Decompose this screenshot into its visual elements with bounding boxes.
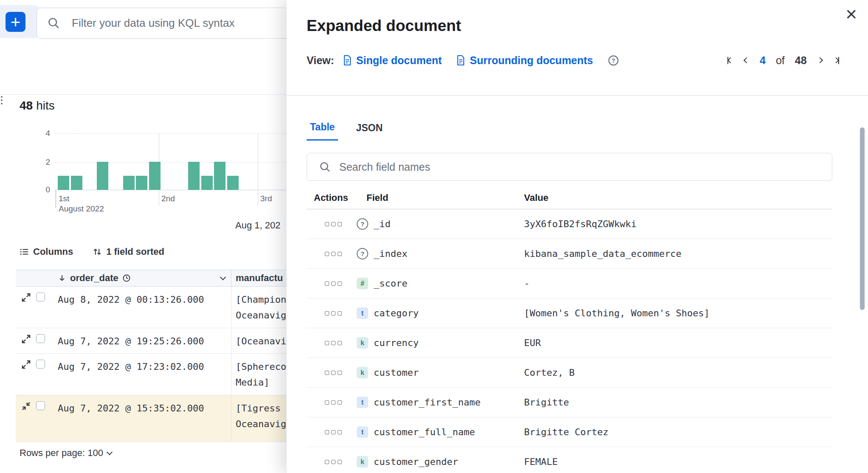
scrollbar-thumb[interactable] xyxy=(860,127,865,310)
expand-row-icon[interactable] xyxy=(21,293,31,302)
tab-json[interactable]: JSON xyxy=(352,121,386,141)
kibana-discover-screen: + 48hits 4 2 0 1st August 2022 2nd 3rd A… xyxy=(0,0,868,473)
number-field-icon: # xyxy=(357,278,368,289)
single-document-link[interactable]: Single document xyxy=(343,54,442,67)
histogram-bar[interactable] xyxy=(136,176,147,190)
rows-per-page-button[interactable]: Rows per page: 100 xyxy=(20,448,112,459)
text-field-icon: t xyxy=(357,397,368,408)
previous-page-button[interactable] xyxy=(744,58,750,62)
field-action-button[interactable] xyxy=(331,222,335,226)
close-icon[interactable]: × xyxy=(845,4,857,24)
histogram-chart: 4 2 0 1st August 2022 2nd 3rd xyxy=(0,133,297,222)
histogram-bar[interactable] xyxy=(71,176,82,190)
row-checkbox[interactable] xyxy=(36,360,45,369)
row-checkbox[interactable] xyxy=(36,401,45,410)
field-search-input[interactable] xyxy=(307,153,832,181)
field-name: _score xyxy=(374,278,407,289)
field-actions xyxy=(307,252,357,256)
x-axis-line xyxy=(55,190,286,190)
order-date-cell[interactable]: Aug 7, 2022 @ 15:35:02.000 xyxy=(54,395,231,442)
collapse-row-icon[interactable] xyxy=(21,401,31,411)
field-action-button[interactable] xyxy=(325,341,329,345)
row-checkbox[interactable] xyxy=(36,293,45,301)
current-page[interactable]: 4 xyxy=(760,54,766,67)
histogram-bar[interactable] xyxy=(58,176,69,190)
field-name: currency xyxy=(374,338,419,348)
field-action-button[interactable] xyxy=(338,222,342,226)
histogram-bar[interactable] xyxy=(149,162,161,190)
histogram-bar[interactable] xyxy=(188,162,200,190)
field-row: kcustomer_genderFEMALE xyxy=(307,447,832,473)
histogram-bar[interactable] xyxy=(201,176,213,190)
histogram-bar[interactable] xyxy=(123,176,135,190)
histogram-bar[interactable] xyxy=(227,176,239,190)
field-action-button[interactable] xyxy=(331,371,335,375)
histogram-bar[interactable] xyxy=(97,162,108,190)
field-action-button[interactable] xyxy=(338,430,342,434)
expand-row-icon[interactable] xyxy=(21,360,31,369)
row-controls xyxy=(16,328,54,353)
field-actions xyxy=(307,311,357,315)
field-value: Brigitte xyxy=(524,397,569,408)
tab-table[interactable]: Table xyxy=(307,121,338,141)
help-icon[interactable]: ? xyxy=(608,55,619,66)
search-icon xyxy=(48,17,59,29)
row-checkbox[interactable] xyxy=(36,334,45,343)
first-page-button[interactable] xyxy=(727,57,733,64)
field-action-button[interactable] xyxy=(331,400,335,405)
panel-resize-handle[interactable] xyxy=(1,96,5,107)
field-action-button[interactable] xyxy=(325,430,329,434)
order-date-cell[interactable]: Aug 7, 2022 @ 19:25:26.000 xyxy=(54,328,231,353)
field-action-button[interactable] xyxy=(331,460,335,464)
next-page-button[interactable] xyxy=(817,58,823,62)
field-action-button[interactable] xyxy=(338,460,342,464)
flyout-tabs: Table JSON xyxy=(307,121,386,141)
keyword-field-icon: k xyxy=(357,337,368,349)
expand-row-icon[interactable] xyxy=(21,334,31,344)
field-action-button[interactable] xyxy=(331,252,335,256)
field-row: #_score- xyxy=(307,269,832,298)
field-action-button[interactable] xyxy=(331,341,335,345)
field-action-button[interactable] xyxy=(325,311,329,315)
field-action-button[interactable] xyxy=(325,252,329,256)
search-icon xyxy=(319,161,330,172)
surrounding-documents-link[interactable]: Surrounding documents xyxy=(456,54,593,67)
field-action-button[interactable] xyxy=(338,341,342,345)
panel-divider xyxy=(0,94,286,95)
x-axis-tick: 1st xyxy=(59,194,69,203)
field-action-button[interactable] xyxy=(331,311,335,315)
of-label: of xyxy=(776,54,785,67)
sorted-fields-button[interactable]: 1 field sorted xyxy=(93,246,164,257)
last-page-button[interactable] xyxy=(833,57,840,64)
columns-button[interactable]: Columns xyxy=(20,246,73,257)
field-action-button[interactable] xyxy=(338,311,342,315)
y-axis-tick: 0 xyxy=(37,185,50,194)
field-action-button[interactable] xyxy=(325,222,329,226)
field-action-button[interactable] xyxy=(338,252,342,256)
field-action-button[interactable] xyxy=(338,282,342,286)
field-action-button[interactable] xyxy=(338,371,342,375)
field-actions xyxy=(307,222,357,226)
field-action-button[interactable] xyxy=(331,282,335,286)
order-date-cell[interactable]: Aug 8, 2022 @ 00:13:26.000 xyxy=(54,287,231,328)
field-name: customer_gender xyxy=(374,456,458,467)
document-pagination: 4 of 48 xyxy=(727,53,840,68)
field-action-button[interactable] xyxy=(338,400,342,405)
field-action-button[interactable] xyxy=(325,460,329,464)
add-filter-button[interactable]: + xyxy=(6,12,25,32)
field-name: customer xyxy=(374,367,419,378)
x-axis-tick: 3rd xyxy=(260,194,272,203)
field-action-button[interactable] xyxy=(325,400,329,405)
list-icon xyxy=(20,247,29,256)
field-action-button[interactable] xyxy=(325,371,329,375)
field-name: category xyxy=(374,308,419,318)
question-field-icon: ? xyxy=(357,248,368,259)
order-date-cell[interactable]: Aug 7, 2022 @ 17:23:02.000 xyxy=(54,354,231,395)
histogram-bar[interactable] xyxy=(214,162,225,190)
flyout-divider xyxy=(287,95,868,96)
field-action-button[interactable] xyxy=(331,430,335,434)
grid-header-order-date[interactable]: order_date xyxy=(54,270,231,286)
column-menu-chevron-icon[interactable] xyxy=(220,274,226,280)
field-cell: kcustomer xyxy=(357,367,524,378)
field-action-button[interactable] xyxy=(325,282,329,286)
